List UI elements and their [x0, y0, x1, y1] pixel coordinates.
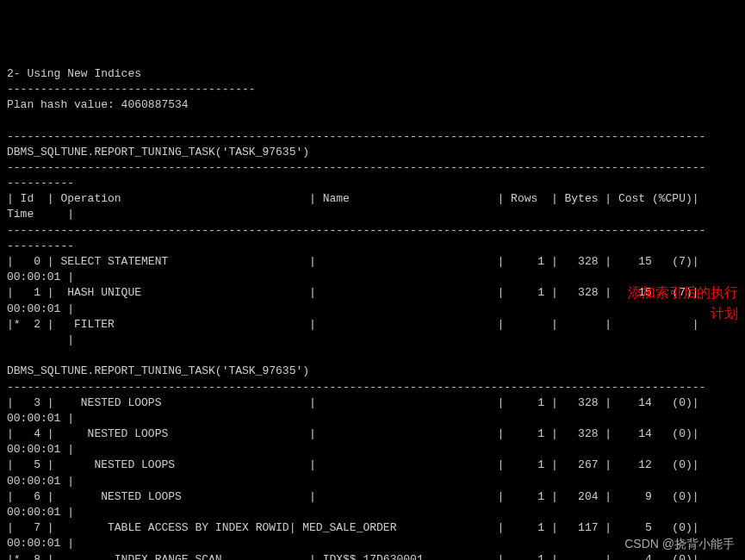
- plan-row-0: | 0 | SELECT STATEMENT | | 1 | 328 | 15 …: [7, 255, 699, 268]
- plan-row-1-time: 00:00:01 |: [7, 302, 74, 315]
- time-header: Time |: [7, 208, 74, 221]
- title-line: 2- Using New Indices: [7, 67, 141, 80]
- separator: ----------------------------------------…: [7, 130, 705, 143]
- plan-row-2-time: |: [7, 333, 74, 346]
- report-call: DBMS_SQLTUNE.REPORT_TUNING_TASK('TASK_97…: [7, 146, 309, 159]
- plan-row-3: | 3 | NESTED LOOPS | | 1 | 328 | 14 (0)|: [7, 396, 699, 409]
- plan-row-7: | 7 | TABLE ACCESS BY INDEX ROWID| MED_S…: [7, 521, 699, 534]
- plan-row-3-time: 00:00:01 |: [7, 412, 74, 425]
- report-call: DBMS_SQLTUNE.REPORT_TUNING_TASK('TASK_97…: [7, 364, 309, 377]
- separator: ----------------------------------------…: [7, 224, 705, 237]
- watermark-text: CSDN @挠背小能手: [624, 536, 735, 553]
- plan-row-5-time: 00:00:01 |: [7, 475, 74, 488]
- plan-row-8: |* 8 | INDEX RANGE SCAN | IDX$$_17D63000…: [7, 553, 699, 560]
- plan-row-2: |* 2 | FILTER | | | | |: [7, 318, 699, 331]
- separator: ----------------------------------------…: [7, 381, 705, 394]
- plan-row-6-time: 00:00:01 |: [7, 506, 74, 519]
- plan-row-1: | 1 | HASH UNIQUE | | 1 | 328 | 15 (7)|: [7, 286, 699, 299]
- plan-row-6: | 6 | NESTED LOOPS | | 1 | 204 | 9 (0)|: [7, 490, 699, 503]
- dashes: ----------: [7, 177, 74, 190]
- plan-hash-value: Plan hash value: 4060887534: [7, 98, 189, 111]
- separator: ----------------------------------------…: [7, 161, 705, 174]
- plan-row-4: | 4 | NESTED LOOPS | | 1 | 328 | 14 (0)|: [7, 427, 699, 440]
- plan-row-5: | 5 | NESTED LOOPS | | 1 | 267 | 12 (0)|: [7, 458, 699, 471]
- column-headers: | Id | Operation | Name | Rows | Bytes |…: [7, 192, 699, 205]
- separator: -------------------------------------: [7, 83, 256, 96]
- annotation-text: 添加索引后的执行计划: [618, 283, 738, 324]
- plan-row-7-time: 00:00:01 |: [7, 537, 74, 550]
- dashes: ----------: [7, 240, 74, 252]
- plan-row-4-time: 00:00:01 |: [7, 443, 74, 456]
- plan-row-0-time: 00:00:01 |: [7, 271, 74, 283]
